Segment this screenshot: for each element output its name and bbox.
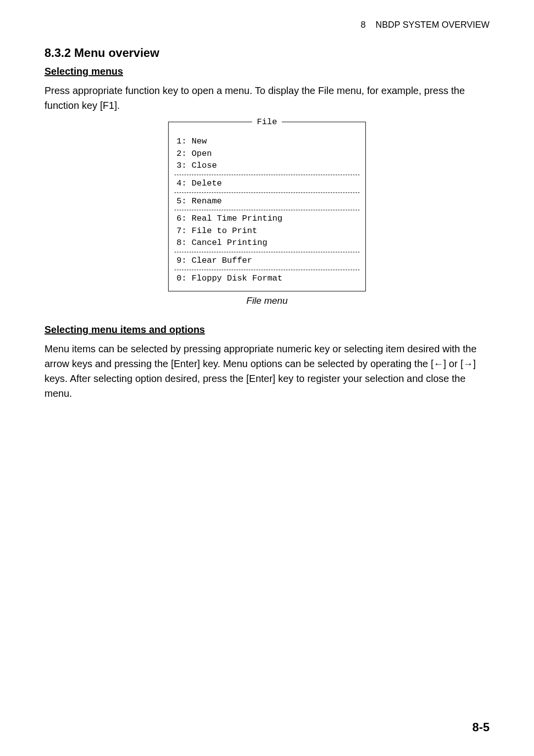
menu-separator (175, 270, 359, 270)
menu-item-close: 3: Close (177, 160, 357, 172)
file-menu-caption: File menu (44, 295, 490, 306)
menu-item-cancel-printing: 8: Cancel Printing (177, 237, 357, 249)
file-menu-group5: 9: Clear Buffer (175, 253, 359, 269)
file-menu-group4: 6: Real Time Printing 7: File to Print 8… (175, 211, 359, 251)
menu-separator (175, 192, 359, 193)
file-menu-group2: 4: Delete (175, 176, 359, 191)
file-menu-group1: 1: New 2: Open 3: Close (175, 134, 359, 174)
selecting-menus-paragraph: Press appropriate function key to open a… (44, 83, 490, 113)
file-menu-title-wrap: File (169, 116, 365, 129)
menu-item-clear-buffer: 9: Clear Buffer (177, 255, 357, 267)
section-heading: 8.3.2 Menu overview (44, 46, 490, 60)
file-menu-figure: File 1: New 2: Open 3: Close 4: Delete 5… (44, 122, 490, 291)
menu-item-floppy-disk-format: 0: Floppy Disk Format (177, 273, 357, 285)
page-number: 8-5 (472, 720, 490, 734)
selecting-items-heading: Selecting menu items and options (44, 324, 490, 335)
section-title: Menu overview (74, 46, 159, 59)
menu-item-file-to-print: 7: File to Print (177, 225, 357, 237)
menu-separator (175, 210, 359, 210)
menu-separator (175, 252, 359, 252)
file-menu-box: File 1: New 2: Open 3: Close 4: Delete 5… (168, 122, 366, 291)
menu-item-delete: 4: Delete (177, 178, 357, 190)
file-menu-group3: 5: Rename (175, 194, 359, 209)
menu-item-open: 2: Open (177, 148, 357, 160)
menu-item-real-time-printing: 6: Real Time Printing (177, 213, 357, 225)
selecting-items-paragraph: Menu items can be selected by pressing a… (44, 341, 490, 401)
file-menu-title: File (252, 117, 282, 127)
file-menu-group6: 0: Floppy Disk Format (175, 271, 359, 286)
page-header: 8 NBDP SYSTEM OVERVIEW (44, 20, 490, 30)
chapter-title: NBDP SYSTEM OVERVIEW (376, 20, 490, 30)
section-number: 8.3.2 (44, 46, 71, 59)
selecting-menus-heading: Selecting menus (44, 66, 490, 77)
menu-item-rename: 5: Rename (177, 195, 357, 208)
chapter-number: 8 (361, 20, 366, 30)
menu-separator (175, 175, 359, 175)
menu-item-new: 1: New (177, 136, 357, 148)
